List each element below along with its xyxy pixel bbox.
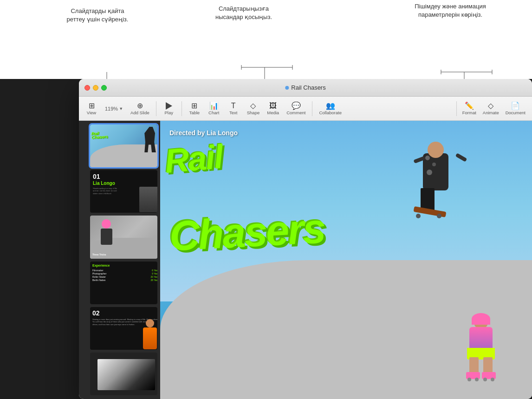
- slide5-body: [143, 327, 157, 349]
- slide5-number: 02: [92, 309, 157, 317]
- main-content: 1 RailChasers 2 01: [79, 121, 532, 399]
- slide5-person: [139, 319, 157, 349]
- media-icon: 🖼: [269, 102, 277, 110]
- add-slide-label: Add Slide: [130, 110, 149, 115]
- slide-image-3: Three Tricks: [90, 216, 157, 258]
- skate-wheel-1: [467, 378, 471, 381]
- close-button[interactable]: [84, 85, 90, 91]
- chart-button[interactable]: 📊 Chart: [205, 100, 223, 117]
- keynote-window: Rail Chasers ⊞ View 119% ▼ ⊕ Add Slide P…: [79, 79, 532, 399]
- slide4-item-4: Berlin Native 28 Years: [92, 279, 157, 281]
- slide1-graffiti: RailChasers: [91, 131, 108, 139]
- zoom-chevron-icon: ▼: [119, 106, 123, 111]
- play-button[interactable]: Play: [160, 101, 178, 117]
- text-button[interactable]: T Text: [225, 100, 242, 117]
- separator-3: [312, 101, 312, 116]
- shape-button[interactable]: ◇ Shape: [244, 100, 262, 117]
- slide-image-1: RailChasers: [90, 124, 157, 167]
- annotation-format-animate: Пішімдеу және анимация параметрлерін көр…: [404, 2, 497, 19]
- slide-thumbnail-3[interactable]: 3 Three Tricks: [90, 216, 157, 258]
- slide3-helmet: [102, 219, 111, 229]
- slide4-item-2: Photographer 9 Years: [92, 272, 157, 275]
- animate-button[interactable]: ◇ Animate: [480, 100, 502, 117]
- media-label: Media: [267, 110, 279, 115]
- separator-2: [182, 101, 182, 116]
- skater-pattern-1: [425, 156, 430, 160]
- slide2-photo: [139, 187, 157, 212]
- shape-label: Shape: [247, 110, 260, 115]
- collaborate-button[interactable]: 👥 Collaborate: [316, 100, 344, 117]
- skate-wheel-3: [483, 378, 487, 381]
- skate-wheel-2: [475, 378, 479, 381]
- format-label: Format: [462, 110, 476, 115]
- animate-label: Animate: [483, 110, 499, 115]
- slide3-body: [101, 229, 112, 245]
- skater-right-arm: [455, 153, 467, 162]
- main-slide-content: Directed by Lia Longo Rail Chasers: [160, 121, 532, 399]
- skate-wheel-4: [491, 378, 494, 381]
- airborne-skater: [411, 139, 472, 242]
- comment-icon: 💬: [292, 102, 301, 110]
- slide1-background: RailChasers: [90, 124, 157, 167]
- document-label: Document: [506, 110, 526, 115]
- view-button[interactable]: ⊞ View: [83, 100, 100, 117]
- slide4-role-2: Photographer: [92, 272, 106, 275]
- format-icon: ✏️: [465, 102, 474, 110]
- roller-girl-leg-left: [469, 357, 479, 373]
- annotation-area: Слайдтарды қайта реттеу үшін сүйреңіз. С…: [0, 0, 532, 79]
- roller-girl: [458, 315, 504, 385]
- skater-head: [428, 142, 444, 158]
- add-slide-button[interactable]: ⊕ Add Slide: [128, 100, 152, 117]
- table-button[interactable]: ⊞ Table: [186, 100, 203, 117]
- toolbar: ⊞ View 119% ▼ ⊕ Add Slide Play ⊞ Table 📊…: [79, 97, 532, 121]
- slide-thumbnail-5[interactable]: 5 02 Skating is more than just cruising …: [90, 307, 157, 350]
- play-label: Play: [164, 110, 173, 115]
- table-icon: ⊞: [191, 102, 197, 110]
- shape-icon: ◇: [250, 102, 256, 110]
- directed-by-text: Directed by Lia Longo: [169, 129, 238, 137]
- slide-panel[interactable]: 1 RailChasers 2 01: [79, 121, 160, 399]
- add-slide-icon: ⊕: [137, 102, 143, 110]
- skate-left: [466, 372, 480, 379]
- slide3-background: Three Tricks: [90, 216, 157, 258]
- view-icon: ⊞: [89, 102, 95, 110]
- title-bar: Rail Chasers: [79, 79, 532, 97]
- right-toolbar: ✏️ Format ◇ Animate 📄 Document: [454, 100, 528, 117]
- wheel-1: [416, 214, 421, 218]
- comment-button[interactable]: 💬 Comment: [284, 100, 308, 117]
- collaborate-label: Collaborate: [319, 110, 342, 115]
- slide4-title: Experience: [92, 264, 157, 267]
- zoom-button[interactable]: 119% ▼: [102, 104, 126, 113]
- slide2-name: Lia Longo: [93, 181, 157, 186]
- minimize-button[interactable]: [93, 85, 98, 91]
- skate-right: [482, 372, 496, 379]
- media-button[interactable]: 🖼 Media: [264, 100, 282, 117]
- slide-thumbnail-6[interactable]: 6: [90, 353, 157, 395]
- roller-girl-helmet: [472, 313, 490, 325]
- collaborate-icon: 👥: [326, 102, 335, 110]
- document-button[interactable]: 📄 Document: [503, 100, 528, 117]
- format-button[interactable]: ✏️ Format: [460, 100, 479, 117]
- main-slide-view[interactable]: Directed by Lia Longo Rail Chasers: [160, 121, 532, 399]
- chart-icon: 📊: [209, 102, 219, 110]
- slide-thumbnail-4[interactable]: 4 Experience Filmmaker 6 Years Photograp…: [90, 262, 157, 304]
- window-title: Rail Chasers: [285, 84, 325, 91]
- slide2-number: 01: [93, 173, 157, 180]
- slide4-role-3: Roller Skater: [92, 275, 106, 278]
- slide4-years-2: 9 Years: [152, 272, 157, 275]
- slide-image-6: [90, 353, 157, 395]
- annotation-slide-reorder: Слайдтарды қайта реттеу үшін сүйреңіз.: [65, 7, 130, 24]
- document-icon: 📄: [511, 102, 520, 110]
- slide4-years-4: 28 Years: [151, 279, 157, 281]
- slide-thumbnail-1[interactable]: 1 RailChasers: [90, 124, 157, 167]
- zoom-value: 119%: [105, 106, 118, 111]
- slide3-skater: [97, 219, 116, 245]
- keynote-icon-dot: [285, 86, 289, 90]
- slide5-background: 02 Skating is more than just cruising ar…: [90, 307, 157, 350]
- slide-thumbnail-2[interactable]: 2 01 Lia Longo Skateboarding is a way of…: [90, 170, 157, 213]
- slide6-background: [90, 353, 157, 395]
- slide5-head: [146, 319, 154, 327]
- slide4-background: Experience Filmmaker 6 Years Photographe…: [90, 262, 157, 304]
- slide4-years-1: 6 Years: [152, 269, 157, 272]
- maximize-button[interactable]: [101, 85, 107, 91]
